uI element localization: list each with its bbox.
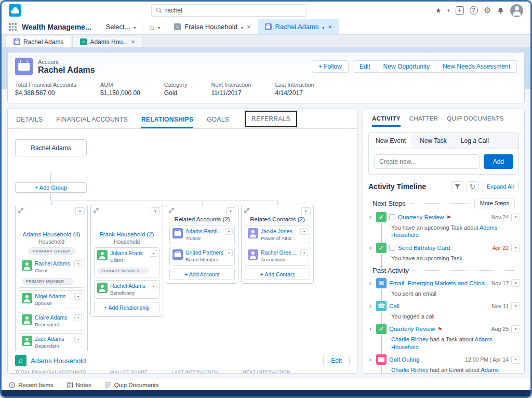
timeline-item-title[interactable]: Call	[389, 303, 400, 309]
task-checkbox[interactable]	[389, 214, 395, 220]
card-dropdown-icon[interactable]	[301, 207, 311, 215]
expand-chevron-icon[interactable]	[369, 245, 374, 251]
edit-button[interactable]: Edit	[323, 355, 350, 366]
favorites-star-icon[interactable]	[435, 7, 442, 14]
tab-activity[interactable]: ACTIVITY	[372, 109, 401, 127]
member-dropdown-icon[interactable]	[150, 283, 157, 289]
row-dropdown-icon[interactable]	[511, 244, 520, 251]
object-select-menu[interactable]: Select...	[99, 19, 143, 34]
close-icon[interactable]	[247, 23, 251, 31]
expand-all-button[interactable]: Expand All	[482, 181, 519, 192]
member-dropdown-icon[interactable]	[225, 249, 233, 256]
tab-financial-accounts[interactable]: FINANCIAL ACCOUNTS	[56, 110, 128, 128]
create-new-input[interactable]	[374, 154, 480, 169]
member-name-link[interactable]: Nigel Adams	[35, 293, 73, 300]
new-needs-assessment-button[interactable]: New Needs Assessment	[436, 60, 517, 73]
add-account-button[interactable]: + Add Account	[169, 269, 235, 280]
member-dropdown-icon[interactable]	[300, 249, 308, 256]
new-opportunity-button[interactable]: New Opportunity	[377, 60, 436, 73]
tab-details[interactable]: DETAILS	[16, 110, 43, 128]
tab-new-event[interactable]: New Event	[369, 133, 413, 149]
member-name-link[interactable]: Rachel Adams	[35, 260, 73, 268]
group-title-link[interactable]: Adams Household (4)	[19, 231, 84, 238]
global-search-input[interactable]	[165, 7, 302, 14]
more-steps-button[interactable]: More Steps	[474, 198, 515, 208]
root-node-rachel-adams[interactable]: Rachel Adams	[15, 139, 87, 156]
edit-button[interactable]: Edit	[353, 60, 377, 73]
member-dropdown-icon[interactable]	[74, 336, 82, 342]
expand-chevron-icon[interactable]	[369, 280, 374, 286]
member-dropdown-icon[interactable]	[225, 228, 233, 235]
member-dropdown-icon[interactable]	[74, 293, 82, 300]
tab-relationships[interactable]: RELATIONSHIPS	[141, 110, 193, 128]
tab-quip-documents[interactable]: QUIP DOCUMENTS	[447, 109, 503, 127]
follow-button[interactable]: + Follow	[312, 60, 349, 73]
member-dropdown-icon[interactable]	[74, 314, 82, 321]
salesforce-cloud-logo-icon[interactable]	[9, 4, 21, 17]
quip-documents-button[interactable]: Quip Documents	[105, 382, 159, 388]
member-name-link[interactable]: Jackie Jones	[261, 228, 299, 235]
member-name-link[interactable]: United Partners	[185, 249, 224, 257]
card-dropdown-icon[interactable]	[151, 207, 160, 215]
app-name[interactable]: Wealth Manageme...	[22, 23, 91, 31]
row-dropdown-icon[interactable]	[511, 356, 520, 364]
close-icon[interactable]	[131, 38, 135, 46]
card-dropdown-icon[interactable]	[226, 207, 235, 215]
group-title-link[interactable]: Frank Household (2)	[94, 231, 159, 238]
add-contact-button[interactable]: + Add Contact	[245, 269, 310, 280]
timeline-item-title[interactable]: Quarterly Review	[389, 326, 435, 332]
add-button[interactable]: Add	[484, 154, 513, 169]
member-dropdown-icon[interactable]	[300, 228, 308, 235]
expand-chevron-icon[interactable]	[369, 356, 374, 363]
close-icon[interactable]	[328, 23, 332, 31]
app-launcher-icon[interactable]	[9, 23, 17, 31]
person-link[interactable]: Charlie Richey	[391, 367, 429, 373]
add-box-icon[interactable]	[456, 6, 464, 15]
expand-icon[interactable]	[18, 208, 23, 213]
refresh-icon[interactable]	[467, 181, 478, 192]
timeline-item-title[interactable]: Send Birthday Card	[398, 245, 450, 251]
tab-log-a-call[interactable]: Log a Call	[454, 133, 496, 149]
expand-icon[interactable]	[94, 208, 99, 213]
row-dropdown-icon[interactable]	[511, 325, 520, 333]
card-dropdown-icon[interactable]	[75, 207, 85, 215]
tab-chatter[interactable]: CHATTER	[409, 109, 438, 127]
filter-funnel-icon[interactable]	[451, 181, 463, 192]
tab-new-task[interactable]: New Task	[413, 133, 454, 149]
notes-button[interactable]: Notes	[67, 382, 91, 388]
person-link[interactable]: Charlie Richey	[391, 336, 429, 342]
notifications-bell-icon[interactable]	[497, 7, 504, 15]
timeline-item-title[interactable]: Quarterly Review	[398, 214, 444, 220]
tab-referrals[interactable]: REFERRALS	[245, 111, 297, 127]
user-avatar[interactable]	[510, 4, 523, 17]
member-name-link[interactable]: Rachel Adams	[110, 283, 149, 290]
add-group-button[interactable]: + Add Group	[15, 182, 87, 193]
member-dropdown-icon[interactable]	[74, 260, 82, 267]
member-name-link[interactable]: Claire Adams	[35, 314, 73, 322]
member-name-link[interactable]: Rachel Greenf...	[261, 249, 299, 257]
nav-tab-fraise-household[interactable]: Fraise Household	[167, 19, 258, 34]
tab-goals[interactable]: GOALS	[207, 110, 229, 128]
setup-gear-icon[interactable]	[484, 6, 491, 15]
member-name-link[interactable]: Juliana Frank	[110, 250, 149, 257]
expand-chevron-icon[interactable]	[369, 326, 374, 332]
help-icon[interactable]	[470, 6, 478, 15]
nav-tab-rachel-adams[interactable]: Rachel Adams	[258, 19, 339, 34]
member-name-link[interactable]: Jack Adams	[35, 336, 73, 343]
task-checkbox[interactable]	[389, 245, 395, 251]
row-dropdown-icon[interactable]	[511, 214, 520, 221]
add-relationship-button[interactable]: + Add Relationship	[94, 302, 159, 313]
expand-chevron-icon[interactable]	[369, 303, 374, 309]
member-dropdown-icon[interactable]	[150, 250, 157, 257]
expand-icon[interactable]	[244, 208, 249, 213]
recent-items-button[interactable]: Recent Items	[9, 382, 54, 388]
member-name-link[interactable]: Adams Family ...	[185, 228, 224, 235]
subtab-adams-household[interactable]: Adams Hou...	[72, 36, 142, 47]
home-menu[interactable]	[143, 19, 167, 34]
row-dropdown-icon[interactable]	[511, 302, 520, 310]
favorites-dropdown-icon[interactable]	[447, 8, 450, 13]
subtab-rachel-adams[interactable]: Rachel Adams	[6, 36, 71, 47]
timeline-item-title[interactable]: Golf Outing	[389, 356, 419, 363]
expand-icon[interactable]	[169, 208, 174, 213]
row-dropdown-icon[interactable]	[511, 279, 520, 287]
